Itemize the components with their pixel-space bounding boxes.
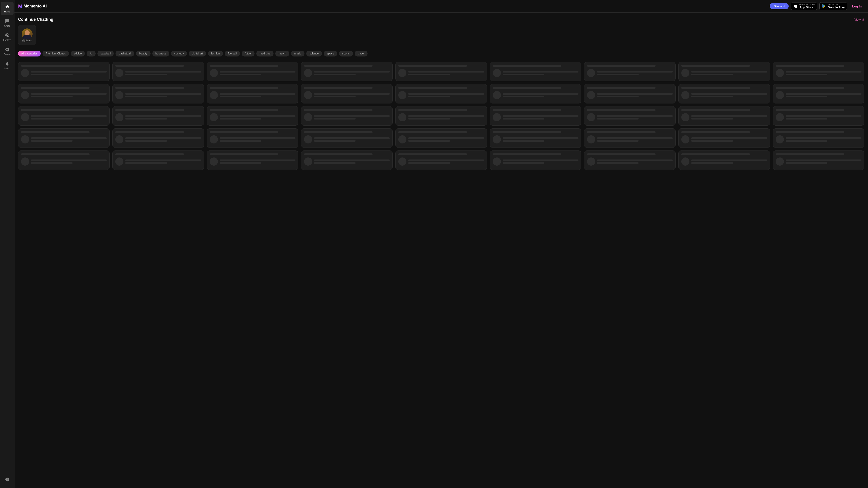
loading-card[interactable] bbox=[490, 106, 581, 126]
category-fashion[interactable]: fashion bbox=[208, 51, 223, 57]
category-baseball[interactable]: baseball bbox=[97, 51, 114, 57]
loading-card[interactable] bbox=[678, 84, 770, 103]
loading-card[interactable] bbox=[773, 106, 864, 126]
category-medicine[interactable]: medicine bbox=[256, 51, 274, 57]
loading-card[interactable] bbox=[584, 62, 676, 81]
loading-card[interactable] bbox=[301, 128, 393, 148]
category-advice[interactable]: advice bbox=[71, 51, 85, 57]
loading-card[interactable] bbox=[678, 151, 770, 170]
loading-card[interactable] bbox=[773, 128, 864, 148]
loading-card[interactable] bbox=[301, 84, 393, 103]
category-music[interactable]: music bbox=[291, 51, 305, 57]
loading-line-2 bbox=[786, 118, 827, 120]
loading-line-1 bbox=[597, 137, 673, 139]
login-button[interactable]: Log In bbox=[849, 3, 864, 9]
loading-card[interactable] bbox=[490, 128, 581, 148]
loading-card[interactable] bbox=[584, 106, 676, 126]
loading-card[interactable] bbox=[18, 128, 110, 148]
google-play-button[interactable]: GET IT ON Google Play bbox=[819, 2, 847, 10]
loading-line-2 bbox=[503, 162, 544, 164]
sidebar-item-notif[interactable]: Notif. bbox=[1, 59, 13, 72]
loading-line-2 bbox=[220, 118, 261, 120]
loading-card[interactable] bbox=[773, 151, 864, 170]
loading-card[interactable] bbox=[395, 128, 487, 148]
category-merch[interactable]: merch bbox=[275, 51, 289, 57]
category-digital-art[interactable]: digital art bbox=[189, 51, 206, 57]
loading-lines bbox=[408, 160, 484, 164]
loading-line-2 bbox=[31, 118, 72, 120]
discord-button[interactable]: Discord bbox=[770, 3, 789, 9]
loading-avatar bbox=[776, 91, 784, 99]
loading-card[interactable] bbox=[395, 151, 487, 170]
loading-card[interactable] bbox=[18, 62, 110, 81]
loading-card[interactable] bbox=[112, 84, 204, 103]
loading-card[interactable] bbox=[301, 106, 393, 126]
loading-lines bbox=[503, 115, 579, 120]
loading-line-2 bbox=[314, 162, 355, 164]
create-icon bbox=[4, 47, 10, 52]
loading-lines bbox=[314, 93, 390, 97]
loading-card[interactable] bbox=[584, 128, 676, 148]
loading-card[interactable] bbox=[112, 151, 204, 170]
category-science[interactable]: science bbox=[306, 51, 322, 57]
category-sports[interactable]: sports bbox=[339, 51, 353, 57]
category-beauty[interactable]: beauty bbox=[136, 51, 151, 57]
loading-card[interactable] bbox=[207, 106, 298, 126]
loading-bar-top bbox=[115, 131, 184, 133]
loading-card[interactable] bbox=[301, 151, 393, 170]
loading-card[interactable] bbox=[112, 128, 204, 148]
loading-card[interactable] bbox=[395, 106, 487, 126]
loading-card[interactable] bbox=[18, 151, 110, 170]
loading-card[interactable] bbox=[112, 106, 204, 126]
loading-line-2 bbox=[503, 118, 544, 120]
category-football[interactable]: football bbox=[225, 51, 240, 57]
category-all[interactable]: All categories bbox=[18, 51, 41, 57]
loading-card[interactable] bbox=[18, 106, 110, 126]
loading-card[interactable] bbox=[112, 62, 204, 81]
app-store-button[interactable]: Download on the App Store bbox=[791, 2, 817, 10]
loading-card[interactable] bbox=[678, 62, 770, 81]
category-basketball[interactable]: basketball bbox=[116, 51, 134, 57]
loading-bar-top bbox=[776, 87, 844, 89]
loading-card[interactable] bbox=[301, 62, 393, 81]
loading-card[interactable] bbox=[207, 62, 298, 81]
sidebar-item-home[interactable]: Home bbox=[1, 2, 13, 15]
loading-card[interactable] bbox=[207, 151, 298, 170]
category-futbol[interactable]: futbol bbox=[242, 51, 254, 57]
chat-card-julian[interactable]: @julian.ai bbox=[18, 25, 36, 45]
loading-row bbox=[21, 158, 107, 166]
category-travel[interactable]: travel bbox=[355, 51, 368, 57]
loading-card[interactable] bbox=[18, 84, 110, 103]
sidebar-info[interactable] bbox=[1, 475, 13, 485]
loading-card[interactable] bbox=[584, 84, 676, 103]
sidebar-item-chats[interactable]: Chats bbox=[1, 16, 13, 29]
category-comedy[interactable]: comedy bbox=[171, 51, 187, 57]
loading-lines bbox=[597, 137, 673, 142]
loading-lines bbox=[408, 71, 484, 75]
loading-line-2 bbox=[691, 96, 733, 97]
loading-line-1 bbox=[597, 115, 673, 117]
loading-card[interactable] bbox=[773, 62, 864, 81]
loading-card[interactable] bbox=[207, 84, 298, 103]
loading-card[interactable] bbox=[490, 84, 581, 103]
loading-card[interactable] bbox=[678, 128, 770, 148]
loading-card[interactable] bbox=[395, 84, 487, 103]
sidebar-item-create[interactable]: Create bbox=[1, 44, 13, 58]
category-premium[interactable]: Premium Clones bbox=[42, 51, 69, 57]
loading-bar-top bbox=[115, 109, 184, 111]
loading-bar-top bbox=[587, 65, 655, 67]
loading-card[interactable] bbox=[678, 106, 770, 126]
loading-line-1 bbox=[220, 160, 296, 161]
loading-card[interactable] bbox=[395, 62, 487, 81]
loading-card[interactable] bbox=[584, 151, 676, 170]
category-space[interactable]: space bbox=[324, 51, 337, 57]
view-all-button[interactable]: View all bbox=[854, 18, 864, 21]
loading-card[interactable] bbox=[773, 84, 864, 103]
category-business[interactable]: business bbox=[152, 51, 169, 57]
loading-card[interactable] bbox=[490, 151, 581, 170]
loading-card[interactable] bbox=[207, 128, 298, 148]
info-icon bbox=[4, 477, 10, 482]
loading-card[interactable] bbox=[490, 62, 581, 81]
sidebar-item-explore[interactable]: Explore bbox=[1, 30, 13, 43]
category-ai[interactable]: AI bbox=[87, 51, 95, 57]
